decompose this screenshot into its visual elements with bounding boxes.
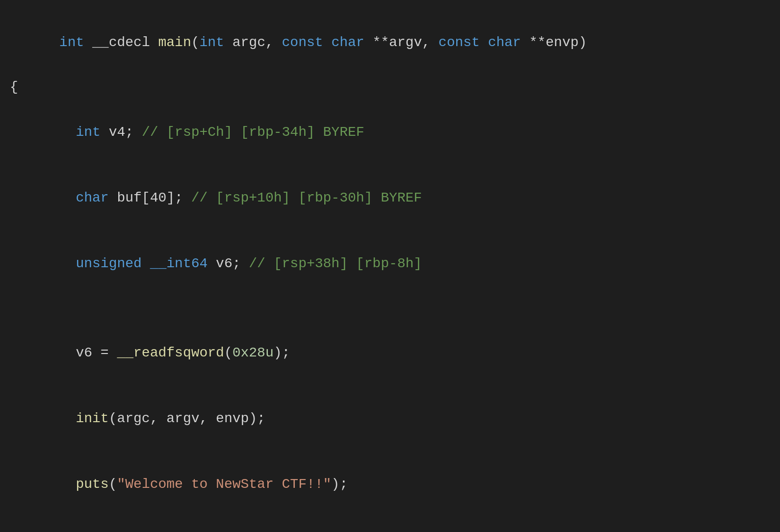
code-line-9: puts("Welcome to NewStar CTF!!"); [10, 452, 770, 517]
code-line-6 [10, 297, 770, 320]
code-line-2: { [10, 76, 770, 99]
code-line-7: v6 = __readfsqword(0x28u); [10, 320, 770, 386]
code-line-10: while ( 1 ) [10, 517, 770, 532]
code-line-3: int v4; // [rsp+Ch] [rbp-34h] BYREF [10, 99, 770, 165]
code-line-8: init(argc, argv, envp); [10, 386, 770, 452]
code-line-4: char buf[40]; // [rsp+10h] [rbp-30h] BYR… [10, 165, 770, 230]
code-viewer: int __cdecl main(int argc, const char **… [0, 5, 780, 532]
code-line-1: int __cdecl main(int argc, const char **… [10, 10, 770, 76]
code-line-5: unsigned __int64 v6; // [rsp+38h] [rbp-8… [10, 231, 770, 297]
keyword-int: int [59, 35, 84, 50]
fn-main: main [158, 35, 191, 50]
